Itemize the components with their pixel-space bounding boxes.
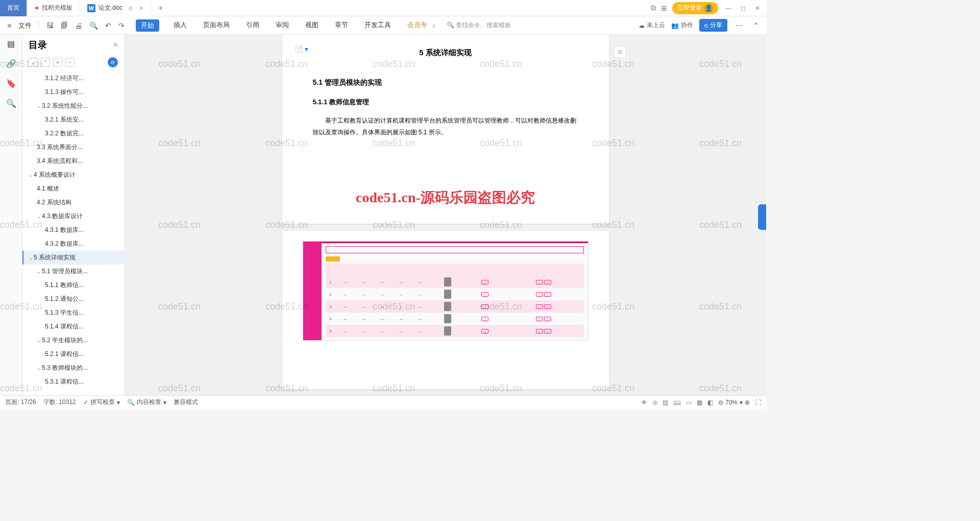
preview-icon[interactable]: 🔍 — [87, 21, 100, 30]
apps-icon[interactable]: ⊞ — [661, 4, 667, 12]
toc-item[interactable]: 5.2.1 课程信... — [22, 347, 124, 361]
spell-check[interactable]: ✓ 拼写检查 ▾ — [83, 398, 120, 407]
tab-add[interactable]: + — [151, 0, 170, 16]
toc-item[interactable]: 3.2.1 系统安... — [22, 113, 124, 127]
chevron-down-icon[interactable]: ⌄ — [37, 365, 41, 371]
page-indicator[interactable]: 页面: 17/26 — [5, 398, 36, 407]
toc-item-label: 5.1.2 通知公... — [45, 295, 84, 303]
zoom-out-icon[interactable]: ⊖ — [718, 399, 723, 406]
toc-item[interactable]: 3.1.3 操作可... — [22, 85, 124, 99]
cloud-status[interactable]: ☁ 未上云 — [639, 21, 665, 30]
chevron-down-icon[interactable]: ⌄ — [37, 269, 41, 274]
page-settings-icon[interactable]: ≡ — [614, 46, 626, 58]
outline-view-icon[interactable]: ◧ — [707, 399, 713, 406]
rtab-start[interactable]: 开始 — [136, 19, 159, 32]
toc-item[interactable]: 4.1 概述 — [22, 182, 124, 196]
content-check[interactable]: 🔍 内容检查 ▾ — [127, 398, 166, 407]
toc-item[interactable]: 5.1.4 课程信... — [22, 320, 124, 334]
collapse-icon[interactable]: ⌄ — [29, 58, 38, 67]
undo-icon[interactable]: ↶ — [103, 21, 113, 30]
word-count[interactable]: 字数: 10312 — [43, 398, 76, 407]
search-panel-icon[interactable]: 🔍 — [6, 99, 16, 108]
toc-item[interactable]: 5.1.1 教师信... — [22, 278, 124, 292]
minimize-icon[interactable]: — — [723, 5, 733, 12]
page-2: 1—————▢▢ ▢ 2—————▢▢ ▢ 3—————▢▢ ▢ 4—————▢… — [282, 231, 609, 389]
toc-item[interactable]: ⌄5.3 教师模块的... — [22, 361, 124, 375]
sync-icon[interactable]: ⟳ — [108, 57, 118, 67]
rtab-refs[interactable]: 引用 — [244, 19, 261, 32]
toc-item[interactable]: 3.2.2 数据完... — [22, 127, 124, 140]
focus-icon[interactable]: ◎ — [652, 399, 657, 406]
tab-template[interactable]: ✦找稻壳模板 — [27, 0, 80, 16]
menu-icon[interactable]: ≡ — [5, 21, 13, 30]
chevron-down-icon[interactable]: ⌄ — [37, 214, 41, 219]
rtab-devtools[interactable]: 开发工具 — [362, 19, 393, 32]
toc-item[interactable]: 4.2 系统结构 — [22, 196, 124, 209]
toc-item-label: 5.1.1 教师信... — [45, 281, 84, 290]
toc-item[interactable]: 4.3.2 数据库... — [22, 237, 124, 251]
close-icon[interactable]: × — [139, 4, 143, 12]
rtab-review[interactable]: 审阅 — [274, 19, 291, 32]
fullscreen-icon[interactable]: ⛶ — [755, 399, 761, 406]
add-level-icon[interactable]: + — [53, 58, 62, 67]
chevron-down-icon[interactable]: ⌄ — [29, 172, 33, 178]
tab-document[interactable]: W 论文.doc ⎚ × — [80, 0, 151, 16]
page-view-icon[interactable]: ▭ — [686, 399, 692, 406]
chevron-down-icon[interactable]: ⌄ — [37, 338, 41, 343]
zoom-in-icon[interactable]: ⊕ — [745, 399, 750, 406]
toc-item[interactable]: ⌄4 系统概要设计 — [22, 168, 124, 182]
read-view-icon[interactable]: 📖 — [673, 399, 681, 406]
print-icon[interactable]: 🖨 — [73, 21, 84, 30]
list-view-icon[interactable]: ▤ — [663, 399, 668, 406]
zoom-control[interactable]: ⊖ 70% ▾ ⊕ — [718, 399, 750, 406]
toc-item[interactable]: ⌄4.3.数据库设计 — [22, 209, 124, 223]
saveas-icon[interactable]: 🗐 — [59, 21, 70, 30]
toc-item[interactable]: 5.1.2 通知公... — [22, 292, 124, 306]
feedback-tab[interactable] — [758, 204, 766, 230]
share-button[interactable]: ⎋ 分享 — [699, 19, 727, 32]
rtab-member[interactable]: 会员专 — [405, 19, 429, 32]
toc-item[interactable]: 4.3.1 数据库... — [22, 223, 124, 237]
toc-item[interactable]: 5.3.1 课程信... — [22, 375, 124, 389]
toc-item[interactable]: 3.1.2 经济可... — [22, 72, 124, 85]
bookmark-icon[interactable]: 🔖 — [6, 79, 16, 88]
share-icon[interactable]: 🔗 — [6, 59, 16, 68]
toc-item-label: 3.2 系统性能分... — [42, 102, 88, 110]
rtab-insert[interactable]: 插入 — [172, 19, 189, 32]
chevron-up-icon[interactable]: ⌃ — [751, 21, 761, 30]
toc-item[interactable]: ⌄5.1 管理员模块... — [22, 265, 124, 278]
file-menu[interactable]: 文件 — [16, 21, 34, 30]
toc-close-icon[interactable]: × — [113, 40, 118, 50]
outline-icon[interactable]: ▤ — [7, 39, 15, 49]
toc-item[interactable]: 5.1.3 学生信... — [22, 306, 124, 320]
redo-icon[interactable]: ↷ — [116, 21, 127, 30]
save-icon[interactable]: 🖫 — [44, 21, 56, 30]
toc-item[interactable]: 3.4 系统流程和... — [22, 154, 124, 168]
expand-icon[interactable]: ⌃ — [41, 58, 50, 67]
search-box[interactable]: 🔍 查找命令、搜索模板 — [447, 21, 511, 30]
maximize-icon[interactable]: ◻ — [739, 5, 748, 12]
close-window-icon[interactable]: ✕ — [753, 5, 762, 12]
device-icon[interactable]: ⎚ — [129, 5, 132, 12]
eye-icon[interactable]: 👁 — [641, 399, 647, 406]
toc-item[interactable]: ⌄5.2 学生模块的... — [22, 334, 124, 347]
chevron-down-icon[interactable]: ⌄ — [29, 255, 33, 260]
canvas[interactable]: 📄 ▾ ≡ 5 系统详细实现 5.1 管理员模块的实现 5.1.1 教师信息管理… — [125, 35, 766, 395]
rtab-chapter[interactable]: 章节 — [333, 19, 350, 32]
chevron-down-icon[interactable]: ⌄ — [37, 103, 41, 109]
toc-item[interactable]: ⌄3.2 系统性能分... — [22, 99, 124, 113]
tab-home[interactable]: 首页 — [0, 0, 27, 16]
web-view-icon[interactable]: ▦ — [697, 399, 702, 406]
compat-mode[interactable]: 兼容模式 — [174, 398, 198, 407]
toc-item[interactable]: ⌄5 系统详细实现 — [22, 251, 124, 265]
rtab-layout[interactable]: 页面布局 — [201, 19, 232, 32]
collab-button[interactable]: 👥 协作 — [671, 21, 693, 30]
toc-item[interactable]: 3.3 系统界面分... — [22, 140, 124, 154]
remove-level-icon[interactable]: − — [65, 58, 75, 67]
doc-marker-icon[interactable]: 📄 ▾ — [295, 45, 309, 53]
login-button[interactable]: 立即登录👤 — [672, 2, 718, 14]
toc-item-label: 4.1 概述 — [37, 184, 59, 193]
rtab-view[interactable]: 视图 — [303, 19, 321, 32]
more-icon[interactable]: ⋯ — [733, 21, 745, 30]
layout-icon[interactable]: ⧉ — [651, 4, 656, 12]
